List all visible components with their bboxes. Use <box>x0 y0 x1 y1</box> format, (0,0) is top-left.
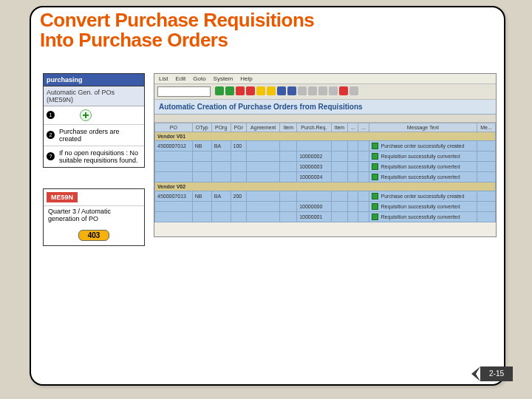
message-text: Requisition successfully converted <box>381 204 460 209</box>
grid-cell <box>211 201 231 211</box>
grid-cell <box>358 161 369 171</box>
grid-cell <box>280 201 297 211</box>
step-number-icon: 2 <box>47 131 55 139</box>
grid-cell <box>246 140 279 151</box>
grid-cell: NB <box>192 191 211 201</box>
grid-cell <box>155 211 193 222</box>
reference-card: ME59N Quarter 3 / Automatic generation o… <box>43 188 145 246</box>
message-text: Requisition successfully converted <box>381 154 460 159</box>
grid-cell <box>192 171 211 182</box>
toolbar-icon[interactable] <box>277 86 286 95</box>
grid-column-header: Agreement <box>246 123 279 132</box>
grid-cell <box>231 161 246 171</box>
message-text: Purchase order successfully created <box>381 194 465 199</box>
grid-cell: 10000000 <box>297 201 331 211</box>
grid-cell <box>246 161 279 171</box>
message-cell: Requisition successfully converted <box>369 171 477 182</box>
reference-desc: Quarter 3 / Automatic generation of PO <box>44 205 144 227</box>
grid-cell: 10000004 <box>297 171 331 182</box>
grid-cell <box>280 211 297 222</box>
toolbar-icon[interactable] <box>339 86 348 95</box>
success-status-icon <box>372 153 378 160</box>
grid-column-header: ... <box>348 123 358 132</box>
message-cell: Requisition successfully converted <box>369 161 477 171</box>
procedure-step: 1 <box>44 106 144 124</box>
grid-cell <box>358 140 369 151</box>
grid-cell <box>331 140 348 151</box>
grid-cell <box>192 161 211 171</box>
toolbar-icon[interactable] <box>329 86 338 95</box>
vendor-row: Vendor V01 <box>155 132 496 140</box>
grid-cell <box>280 151 297 161</box>
procedure-card-sub: Automatic Gen. of POs (ME59N) <box>44 86 144 106</box>
menu-item[interactable]: Goto <box>193 75 205 82</box>
grid-cell: 4500007013 <box>155 191 193 201</box>
grid-cell <box>477 151 496 161</box>
grid-cell <box>192 201 211 211</box>
command-field[interactable] <box>157 86 211 97</box>
message-text: Requisition successfully converted <box>381 214 460 219</box>
toolbar-icon[interactable] <box>318 86 327 95</box>
grid-cell: 10000003 <box>297 161 331 171</box>
grid-column-header: PGr <box>231 123 246 132</box>
success-status-icon <box>372 163 378 170</box>
toolbar-icon[interactable] <box>267 86 276 95</box>
grid-cell <box>211 151 231 161</box>
message-cell: Purchase order successfully created <box>369 140 477 151</box>
sap-screenshot: ListEditGotoSystemHelp Automatic Creatio… <box>154 73 497 237</box>
grid-cell: 100 <box>231 140 246 151</box>
grid-cell <box>348 140 358 151</box>
grid-column-header: Item <box>280 123 297 132</box>
grid-cell <box>246 191 279 201</box>
grid-cell <box>331 211 348 222</box>
grid-row: 4500007013NBBA200Purchase order successf… <box>155 191 496 201</box>
toolbar-icon[interactable] <box>349 86 358 95</box>
procedure-step: ?If no open requisitions : No suitable r… <box>44 146 144 167</box>
grid-cell <box>280 191 297 201</box>
procedure-card: purchasing Automatic Gen. of POs (ME59N)… <box>43 73 145 168</box>
toolbar-icon[interactable] <box>246 86 255 95</box>
execute-icon <box>80 109 92 121</box>
grid-cell <box>211 211 231 222</box>
toolbar-icon[interactable] <box>215 86 224 95</box>
grid-cell <box>280 171 297 182</box>
message-cell: Requisition successfully converted <box>369 201 477 211</box>
grid-cell <box>477 191 496 201</box>
grid-cell <box>348 191 358 201</box>
grid-cell <box>348 161 358 171</box>
toolbar-icon[interactable] <box>287 86 296 95</box>
toolbar-icon[interactable] <box>236 86 245 95</box>
grid-column-header: Message Text <box>369 123 477 132</box>
sap-screen-title: Automatic Creation of Purchase Orders fr… <box>154 100 496 115</box>
toolbar-icon[interactable] <box>225 86 234 95</box>
grid-cell <box>231 151 246 161</box>
grid-column-header: PO <box>155 123 193 132</box>
success-status-icon <box>372 214 378 220</box>
toolbar-icon[interactable] <box>256 86 265 95</box>
grid-cell <box>231 211 246 222</box>
grid-cell <box>246 171 279 182</box>
reference-page-badge: 403 <box>78 230 109 241</box>
toolbar-icon[interactable] <box>308 86 317 95</box>
grid-cell: BA <box>211 191 231 201</box>
grid-cell <box>211 171 231 182</box>
grid-cell <box>155 151 193 161</box>
grid-cell <box>331 151 348 161</box>
success-status-icon <box>372 203 378 210</box>
sap-toolbar <box>154 84 496 100</box>
message-text: Requisition successfully converted <box>381 164 460 169</box>
grid-column-header: Me... <box>477 123 496 132</box>
menu-item[interactable]: System <box>214 75 233 82</box>
menu-item[interactable]: Help <box>240 75 252 82</box>
toolbar-icon[interactable] <box>298 86 307 95</box>
step-text: Purchase orders are created <box>59 128 141 143</box>
grid-cell <box>155 161 193 171</box>
menu-item[interactable]: Edit <box>175 75 185 82</box>
info-status-icon <box>372 143 378 149</box>
menu-item[interactable]: List <box>159 75 168 82</box>
grid-cell: 10000001 <box>297 211 331 222</box>
sap-menubar: ListEditGotoSystemHelp <box>154 74 496 84</box>
slide-frame: Convert Purchase Requisitions Into Purch… <box>30 6 505 386</box>
vendor-row: Vendor V02 <box>155 182 496 191</box>
grid-cell <box>358 191 369 201</box>
